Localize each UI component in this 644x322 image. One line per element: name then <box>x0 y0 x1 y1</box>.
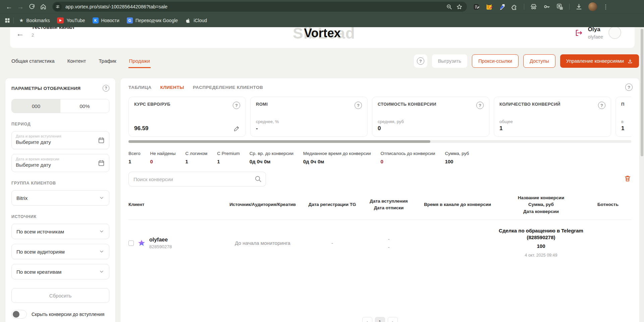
scrollbar-thumb[interactable] <box>128 140 430 143</box>
address-bar[interactable]: app.vortex.pro/stats/-1002856442086?tab=… <box>52 2 467 12</box>
bookmark-youtube[interactable]: YouTube <box>55 16 87 25</box>
star-icon: ★ <box>19 17 23 23</box>
audience-select[interactable]: По всем аудиториям <box>11 244 109 259</box>
units-absolute-option[interactable]: 000 <box>12 99 60 113</box>
card-value: 96.59 <box>134 125 149 132</box>
units-percent-option[interactable]: 00% <box>60 99 109 113</box>
cards-horizontal-scrollbar[interactable] <box>128 140 631 143</box>
table-row[interactable]: olyfaee 828590278 До начала мониторинга … <box>128 220 631 266</box>
browser-toolbar: ← → app.vortex.pro/stats/-1002856442086?… <box>0 0 644 13</box>
proxy-links-button[interactable]: Прокси-ссылки <box>472 54 519 68</box>
toggle-hide-pre-join-conversions[interactable]: Скрыть конверсии до вступления <box>11 310 109 319</box>
search-row <box>128 172 631 186</box>
card-title: КУРС ЕВРО/РУБ <box>134 102 170 107</box>
password-key-icon[interactable] <box>543 3 550 10</box>
avatar[interactable] <box>608 27 621 39</box>
summary-median-time: Медианное время до конверсии 0д 0ч 0м <box>303 151 371 164</box>
browser-window: ← → app.vortex.pro/stats/-1002856442086?… <box>0 0 644 322</box>
channel-info[interactable]: Тестовый канал 2 <box>32 27 74 38</box>
help-icon[interactable]: ? <box>355 102 362 109</box>
column-botness[interactable]: Ботность <box>585 201 631 208</box>
translate-toolbar-icon[interactable] <box>556 3 564 10</box>
column-source[interactable]: Источник/Аудитория/Креатив <box>221 201 305 208</box>
bookmark-star-icon[interactable] <box>454 2 464 11</box>
help-icon[interactable]: ? <box>598 102 605 109</box>
summary-label: С Premium <box>217 151 240 156</box>
join-date-field[interactable]: Дата и время вступления Выберите дату <box>11 131 109 149</box>
card-eur-rub-rate: КУРС ЕВРО/РУБ ? 96.59 <box>128 97 246 137</box>
column-join-unsub-date[interactable]: Дата вступления Дата отписки <box>360 198 418 212</box>
zoom-page-icon[interactable] <box>444 2 454 11</box>
forward-icon[interactable]: → <box>15 2 26 12</box>
help-icon[interactable]: ? <box>476 102 484 109</box>
brand-watermark: SibLead <box>293 27 355 42</box>
tab-content[interactable]: Контент <box>67 55 87 68</box>
prev-page-button[interactable]: ‹ <box>362 317 372 322</box>
tab-general-stats[interactable]: Общая статистика <box>11 55 55 68</box>
browser-profile-avatar[interactable] <box>588 2 597 11</box>
puzzle-extensions-icon[interactable] <box>511 3 518 10</box>
current-page-button[interactable]: 1 <box>375 317 385 322</box>
page-help-button[interactable]: ? <box>414 54 427 68</box>
view-tabs: ТАБЛИЦА КЛИЕНТЫ РАСПРЕДЕЛЕНИЕ КЛИЕНТОВ <box>128 85 631 90</box>
site-info-icon[interactable] <box>53 3 62 11</box>
delete-trash-icon[interactable] <box>624 175 631 182</box>
yellow-notepad-extension-icon[interactable] <box>486 3 493 10</box>
toggle-switch[interactable] <box>11 310 27 319</box>
view-tab-distribution[interactable]: РАСПРЕДЕЛЕНИЕ КЛИЕНТОВ <box>193 85 263 90</box>
column-client[interactable]: Клиент <box>128 201 221 208</box>
reset-button[interactable]: Сбросить <box>11 288 109 303</box>
client-identity[interactable]: olyfaee 828590278 <box>149 237 172 249</box>
view-tab-clients[interactable]: КЛИЕНТЫ <box>160 85 184 90</box>
actions-row: ? Выгрузить Прокси-ссылки Доступы Управл… <box>414 54 639 68</box>
bookmarks-folder[interactable]: ★ Bookmarks <box>17 16 52 25</box>
url-text[interactable]: app.vortex.pro/stats/-1002856442086?tab=… <box>65 4 444 9</box>
downloads-icon[interactable] <box>575 3 583 10</box>
reload-icon[interactable] <box>26 2 38 12</box>
home-icon[interactable] <box>38 2 49 12</box>
view-tab-table[interactable]: ТАБЛИЦА <box>128 85 152 90</box>
calendar-icon[interactable] <box>98 137 105 144</box>
apps-grid-icon[interactable] <box>5 18 10 23</box>
search-icon[interactable] <box>254 175 262 183</box>
summary-label: Медианное время до конверсии <box>303 151 371 156</box>
search-input[interactable] <box>128 172 266 186</box>
scrollbar-thumb[interactable] <box>641 29 643 156</box>
pen-extension-icon[interactable] <box>498 3 505 10</box>
bookmark-vk-news[interactable]: K Новости <box>91 16 121 25</box>
summary-value: 1 <box>128 159 140 164</box>
main-help-icon[interactable]: ? <box>625 84 633 91</box>
user-info[interactable]: Olya olyfaee <box>588 27 603 40</box>
source-select[interactable]: По всем источникам <box>11 224 109 239</box>
incognito-extension-icon[interactable] <box>530 3 537 10</box>
help-icon[interactable]: ? <box>103 85 109 92</box>
column-registration-date[interactable]: Дата регистрации TG <box>305 201 360 208</box>
notes-extension-icon[interactable] <box>473 3 480 10</box>
edit-pencil-icon[interactable] <box>233 125 240 132</box>
browser-menu-icon[interactable]: ⋮ <box>603 4 608 10</box>
client-group-select[interactable]: Bitrix <box>11 190 109 206</box>
units-segmented-control: 000 00% <box>11 99 109 113</box>
tab-traffic[interactable]: Трафик <box>98 55 117 68</box>
creative-select[interactable]: По всем креативам <box>11 264 109 279</box>
help-icon[interactable]: ? <box>233 102 240 109</box>
conversion-date-field[interactable]: Дата и время конверсии Выберите дату <box>11 154 109 172</box>
page-scrollbar[interactable] <box>640 27 644 322</box>
back-icon[interactable]: ← <box>3 2 15 12</box>
period-section-label: ПЕРИОД <box>11 122 109 126</box>
calendar-icon[interactable] <box>98 159 105 167</box>
export-button[interactable]: Выгрузить <box>432 54 467 68</box>
summary-row: Всего 1 Не найдены 0 С логином 1 С Premi… <box>128 151 631 164</box>
back-button[interactable]: ← <box>15 28 25 39</box>
column-time-in-channel[interactable]: Время в канале до конверсии <box>418 201 497 208</box>
manage-conversions-button[interactable]: Управление конверсиями <box>560 54 639 68</box>
bookmark-icloud[interactable]: iCloud <box>183 16 209 25</box>
row-checkbox[interactable] <box>128 240 134 246</box>
next-page-button[interactable]: › <box>388 317 398 322</box>
column-conversion[interactable]: Название конверсии Сумма, руб Дата конве… <box>497 195 585 215</box>
summary-not-found: Не найдены 0 <box>150 151 175 164</box>
logout-icon[interactable] <box>575 29 583 37</box>
access-button[interactable]: Доступы <box>523 54 555 68</box>
bookmark-google-translate[interactable]: G Переводчик Google <box>125 16 180 25</box>
tab-sales[interactable]: Продажи <box>128 55 151 68</box>
